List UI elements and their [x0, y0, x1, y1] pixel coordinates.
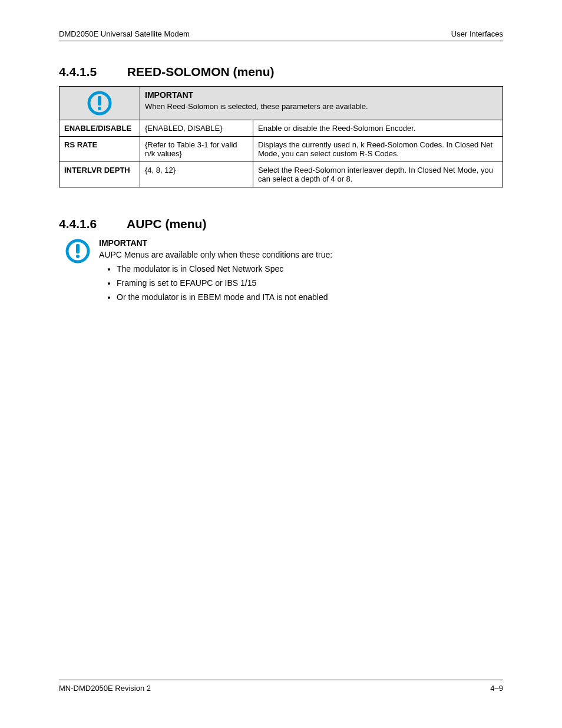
section-number: 4.4.1.5: [59, 65, 124, 79]
svg-point-2: [98, 107, 101, 110]
param-value: {4, 8, 12}: [140, 162, 253, 187]
param-name: RS RATE: [59, 137, 140, 162]
list-item: The modulator is in Closed Net Network S…: [117, 264, 503, 274]
page-footer: MN-DMD2050E Revision 2 4–9: [59, 680, 503, 693]
important-label: IMPORTANT: [145, 90, 498, 100]
condition-list: The modulator is in Closed Net Network S…: [117, 264, 503, 302]
param-value: {ENABLED, DISABLE}: [140, 120, 253, 137]
info-icon: [87, 90, 113, 116]
section-heading-reed-solomon: 4.4.1.5 REED-SOLOMON (menu): [59, 65, 503, 79]
svg-point-5: [76, 255, 80, 258]
important-label: IMPORTANT: [99, 238, 503, 248]
table-row: ENABLE/DISABLE {ENABLED, DISABLE} Enable…: [59, 120, 503, 137]
param-name: INTERLVR DEPTH: [59, 162, 140, 187]
footer-right: 4–9: [490, 684, 503, 693]
important-block-aupc: IMPORTANT AUPC Menus are available only …: [59, 238, 503, 307]
info-icon: [65, 238, 91, 264]
table-row: INTERLVR DEPTH {4, 8, 12} Select the Ree…: [59, 162, 503, 187]
param-value: {Refer to Table 3-1 for valid n/k values…: [140, 137, 253, 162]
section-heading-aupc: 4.4.1.6 AUPC (menu): [59, 217, 503, 231]
header-right: User Interfaces: [451, 29, 503, 38]
important-icon-wrap: [59, 238, 91, 264]
important-icon-cell: [59, 87, 140, 120]
section-number: 4.4.1.6: [59, 217, 124, 231]
param-desc: Enable or disable the Reed-Solomon Encod…: [253, 120, 503, 137]
important-text: When Reed-Solomon is selected, these par…: [145, 102, 498, 111]
header-left: DMD2050E Universal Satellite Modem: [59, 29, 190, 38]
table-important-row: IMPORTANT When Reed-Solomon is selected,…: [59, 87, 503, 120]
list-item: Or the modulator is in EBEM mode and ITA…: [117, 292, 503, 302]
section-title: AUPC (menu): [127, 217, 206, 230]
param-desc: Displays the currently used n, k Reed-So…: [253, 137, 503, 162]
page: DMD2050E Universal Satellite Modem User …: [0, 0, 562, 728]
page-header: DMD2050E Universal Satellite Modem User …: [59, 29, 503, 41]
footer-left: MN-DMD2050E Revision 2: [59, 684, 151, 693]
table-row: RS RATE {Refer to Table 3-1 for valid n/…: [59, 137, 503, 162]
svg-rect-4: [76, 244, 80, 253]
section-title: REED-SOLOMON (menu): [127, 65, 275, 78]
important-text-cell: IMPORTANT When Reed-Solomon is selected,…: [140, 87, 503, 120]
svg-rect-1: [98, 96, 101, 106]
important-text: AUPC Menus are available only when these…: [99, 250, 503, 259]
reed-solomon-table: IMPORTANT When Reed-Solomon is selected,…: [59, 86, 503, 187]
param-desc: Select the Reed-Solomon interleaver dept…: [253, 162, 503, 187]
param-name: ENABLE/DISABLE: [59, 120, 140, 137]
list-item: Framing is set to EFAUPC or IBS 1/15: [117, 278, 503, 288]
important-text-wrap: IMPORTANT AUPC Menus are available only …: [99, 238, 503, 307]
